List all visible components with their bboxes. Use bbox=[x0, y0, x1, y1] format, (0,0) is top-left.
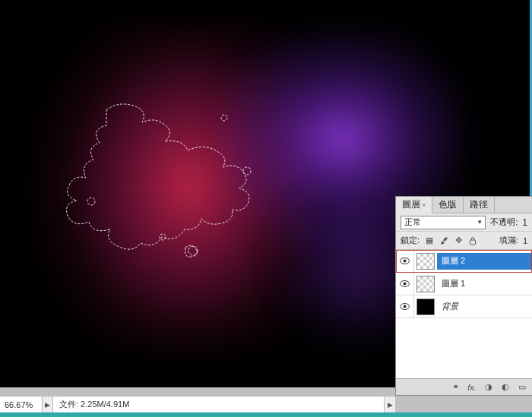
opacity-value[interactable]: 1 bbox=[522, 217, 527, 228]
svg-point-11 bbox=[404, 305, 407, 308]
close-icon[interactable]: × bbox=[422, 201, 426, 209]
zoom-level[interactable]: 66.67% bbox=[0, 396, 43, 412]
layer-name[interactable]: 背景 bbox=[437, 299, 532, 315]
lock-row: 鎖定: ▦ ✥ 填滿: 1 bbox=[396, 232, 532, 250]
layer-mask-icon[interactable]: ◑ bbox=[483, 382, 494, 393]
layer-thumbnail[interactable] bbox=[416, 253, 435, 270]
tab-layers-label: 圖層 bbox=[402, 198, 420, 211]
blend-mode-row: 正常 ▼ 不透明: 1 bbox=[396, 213, 532, 232]
lock-icons: ▦ ✥ bbox=[424, 235, 478, 246]
eye-icon bbox=[400, 280, 410, 287]
document-info: 文件: 2.25M/4.91M bbox=[53, 396, 385, 412]
visibility-toggle[interactable] bbox=[396, 295, 414, 317]
visibility-toggle[interactable] bbox=[396, 273, 414, 295]
layers-list: 圖層 2 圖層 1 背景 bbox=[396, 250, 532, 378]
svg-rect-5 bbox=[470, 240, 476, 245]
layer-row-2[interactable]: 圖層 2 bbox=[396, 250, 532, 273]
lock-move-icon[interactable]: ✥ bbox=[453, 235, 464, 246]
visibility-toggle[interactable] bbox=[396, 250, 414, 272]
blend-mode-select[interactable]: 正常 ▼ bbox=[401, 216, 486, 229]
blend-mode-value: 正常 bbox=[404, 216, 421, 228]
fill-value[interactable]: 1 bbox=[523, 236, 527, 245]
status-bar: 66.67% ▶ 文件: 2.25M/4.91M ▶ bbox=[0, 396, 395, 412]
layer-row-background[interactable]: 背景 bbox=[396, 295, 532, 318]
lock-label: 鎖定: bbox=[401, 235, 420, 246]
layer-thumbnail[interactable] bbox=[416, 299, 435, 315]
link-layers-icon[interactable]: ⚭ bbox=[450, 382, 461, 393]
layer-thumbnail[interactable] bbox=[416, 276, 435, 292]
svg-point-9 bbox=[404, 283, 407, 286]
lock-brush-icon[interactable] bbox=[439, 235, 449, 246]
layer-name[interactable]: 圖層 2 bbox=[437, 253, 532, 270]
tab-paths[interactable]: 路徑 bbox=[464, 197, 495, 213]
eye-icon bbox=[400, 303, 410, 310]
doc-info-menu-icon[interactable]: ▶ bbox=[385, 396, 395, 412]
eye-icon bbox=[400, 257, 410, 264]
group-icon[interactable]: ▭ bbox=[517, 382, 527, 393]
lock-all-icon[interactable] bbox=[467, 235, 478, 246]
layers-panel: 圖層 × 色版 路徑 正常 ▼ 不透明: 1 鎖定: ▦ ✥ 填滿: 1 bbox=[395, 196, 532, 396]
panel-tabs: 圖層 × 色版 路徑 bbox=[396, 197, 532, 213]
tab-channels[interactable]: 色版 bbox=[432, 197, 464, 213]
lock-transparent-icon[interactable]: ▦ bbox=[424, 235, 435, 246]
layer-name[interactable]: 圖層 1 bbox=[437, 276, 532, 292]
svg-point-7 bbox=[404, 260, 407, 263]
tab-layers[interactable]: 圖層 × bbox=[396, 197, 432, 213]
panel-footer: ⚭ fx. ◑ ◐ ▭ bbox=[396, 378, 532, 395]
opacity-label: 不透明: bbox=[490, 216, 518, 228]
layer-row-1[interactable]: 圖層 1 bbox=[396, 273, 532, 295]
adjustment-layer-icon[interactable]: ◐ bbox=[500, 382, 511, 393]
zoom-menu-icon[interactable]: ▶ bbox=[43, 396, 53, 412]
chevron-down-icon: ▼ bbox=[477, 219, 485, 226]
layer-fx-icon[interactable]: fx. bbox=[467, 382, 477, 393]
fill-label: 填滿: bbox=[499, 235, 518, 246]
window-border-bottom bbox=[0, 412, 532, 417]
